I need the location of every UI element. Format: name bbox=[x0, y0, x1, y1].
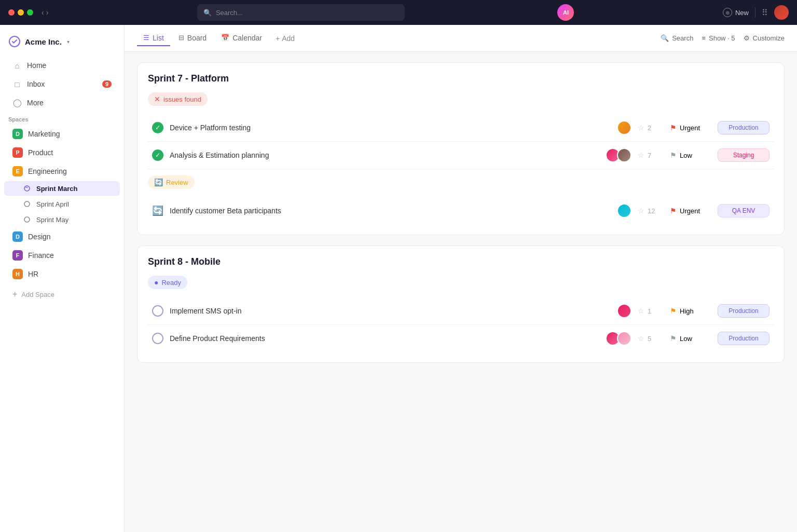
task-4-avatars bbox=[617, 304, 631, 318]
priority-label: High bbox=[680, 307, 694, 315]
add-space-label: Add Space bbox=[21, 291, 54, 298]
task-2-check[interactable]: ✓ bbox=[152, 149, 163, 161]
new-icon: ⊕ bbox=[723, 8, 732, 17]
sidebar: Acme Inc. ▾ ⌂ Home □ Inbox 9 ◯ More Spac… bbox=[0, 25, 125, 532]
tab-customize-label: Customize bbox=[753, 34, 785, 42]
finance-label: Finance bbox=[28, 251, 54, 260]
priority-label: Low bbox=[680, 152, 692, 159]
search-bar[interactable]: 🔍 Search... bbox=[197, 4, 405, 21]
sprint-april[interactable]: Sprint April bbox=[4, 197, 120, 211]
star-icon: ☆ bbox=[638, 151, 644, 159]
maximize-btn[interactable] bbox=[27, 9, 33, 16]
engineering-label: Engineering bbox=[28, 167, 67, 175]
hr-dot: H bbox=[12, 269, 23, 279]
tab-customize-icon: ⚙ bbox=[744, 34, 750, 42]
company-name: Acme Inc. bbox=[25, 37, 62, 46]
sprint-7-status[interactable]: ✕ issues found bbox=[148, 92, 208, 106]
star-icon: ☆ bbox=[638, 334, 644, 343]
inbox-label: Inbox bbox=[27, 80, 45, 88]
task-3-check[interactable]: 🔄 bbox=[152, 205, 163, 216]
avatar bbox=[617, 331, 631, 346]
nav-home[interactable]: ⌂ Home bbox=[4, 57, 120, 74]
sprint-march[interactable]: Sprint March bbox=[4, 181, 120, 196]
flag-icon: ⚑ bbox=[670, 307, 677, 315]
task-4-check[interactable] bbox=[152, 305, 163, 317]
task-5-check[interactable] bbox=[152, 333, 163, 344]
space-marketing[interactable]: D Marketing bbox=[4, 125, 120, 143]
tab-calendar[interactable]: 📅 Calendar bbox=[215, 31, 268, 46]
sprint-may-label: Sprint May bbox=[36, 216, 68, 224]
nav-inbox[interactable]: □ Inbox 9 bbox=[4, 75, 120, 93]
user-avatar[interactable] bbox=[774, 5, 789, 20]
forward-arrow[interactable]: › bbox=[46, 8, 49, 17]
sprint-april-label: Sprint April bbox=[36, 200, 69, 208]
minimize-btn[interactable] bbox=[18, 9, 24, 16]
tab-board[interactable]: ⊟ Board bbox=[172, 31, 213, 46]
review-status[interactable]: 🔄 Review bbox=[148, 175, 195, 189]
review-icon: 🔄 bbox=[154, 178, 163, 186]
sprint-march-icon bbox=[23, 184, 31, 193]
home-icon: ⌂ bbox=[12, 61, 22, 70]
star-value: 7 bbox=[648, 152, 651, 159]
more-label: More bbox=[27, 99, 44, 107]
task-2-env[interactable]: Staging bbox=[718, 148, 769, 162]
search-icon: 🔍 bbox=[203, 9, 212, 17]
task-5-name: Define Product Requirements bbox=[170, 334, 599, 343]
engineering-dot: E bbox=[12, 166, 23, 176]
space-design[interactable]: D Design bbox=[4, 228, 120, 245]
space-finance[interactable]: F Finance bbox=[4, 247, 120, 264]
add-tab-icon: + bbox=[276, 34, 280, 43]
close-btn[interactable] bbox=[8, 9, 15, 16]
issues-icon: ✕ bbox=[154, 95, 160, 103]
task-row: ✓ Device + Platform testing ☆ 2 ⚑ Urgent… bbox=[148, 114, 774, 142]
task-4-env[interactable]: Production bbox=[718, 304, 769, 318]
grid-icon[interactable]: ⠿ bbox=[762, 8, 768, 18]
space-engineering[interactable]: E Engineering bbox=[4, 162, 120, 180]
company-logo[interactable]: Acme Inc. ▾ bbox=[0, 31, 124, 56]
new-button[interactable]: ⊕ New bbox=[723, 8, 749, 17]
flag-icon: ⚑ bbox=[670, 151, 677, 159]
sprint-may[interactable]: Sprint May bbox=[4, 212, 120, 227]
task-1-check[interactable]: ✓ bbox=[152, 122, 163, 133]
task-2-stars[interactable]: ☆ 7 bbox=[638, 151, 664, 159]
star-icon: ☆ bbox=[638, 307, 644, 315]
list-icon: ☰ bbox=[143, 34, 149, 42]
star-value: 5 bbox=[648, 335, 651, 343]
task-4-stars[interactable]: ☆ 1 bbox=[638, 307, 664, 315]
task-2-priority: ⚑ Low bbox=[670, 151, 711, 159]
issues-label: issues found bbox=[163, 96, 201, 103]
task-3-env[interactable]: QA ENV bbox=[718, 204, 769, 217]
design-label: Design bbox=[28, 233, 51, 241]
back-arrow[interactable]: ‹ bbox=[42, 8, 44, 17]
tab-actions: 🔍 Search ≡ Show · 5 ⚙ Customize bbox=[661, 34, 785, 42]
task-3-priority: ⚑ Urgent bbox=[670, 207, 711, 215]
nav-arrows: ‹ › bbox=[42, 8, 48, 17]
search-placeholder: Search... bbox=[216, 9, 243, 17]
priority-label: Urgent bbox=[680, 207, 700, 215]
star-value: 2 bbox=[648, 124, 651, 132]
tab-add[interactable]: + Add bbox=[270, 31, 300, 46]
task-5-priority: ⚑ Low bbox=[670, 334, 711, 343]
tab-list[interactable]: ☰ List bbox=[137, 31, 170, 46]
divider bbox=[755, 7, 755, 18]
task-1-env[interactable]: Production bbox=[718, 121, 769, 134]
more-icon: ◯ bbox=[12, 98, 22, 107]
sprint-8-status[interactable]: ● Ready bbox=[148, 276, 187, 289]
tab-search[interactable]: 🔍 Search bbox=[661, 34, 693, 42]
task-1-stars[interactable]: ☆ 2 bbox=[638, 124, 664, 132]
window-controls bbox=[8, 9, 33, 16]
add-space[interactable]: + Add Space bbox=[4, 285, 120, 303]
task-3-stars[interactable]: ☆ 12 bbox=[638, 207, 664, 215]
view-tabs: ☰ List ⊟ Board 📅 Calendar + Add 🔍 Search bbox=[125, 25, 797, 52]
nav-more[interactable]: ◯ More bbox=[4, 94, 120, 112]
space-product[interactable]: P Product bbox=[4, 144, 120, 161]
tab-customize[interactable]: ⚙ Customize bbox=[744, 34, 785, 42]
task-5-stars[interactable]: ☆ 5 bbox=[638, 334, 664, 343]
ai-button[interactable]: AI bbox=[557, 4, 574, 21]
sprint-7-block: Sprint 7 - Platform ✕ issues found ✓ Dev… bbox=[137, 62, 785, 235]
tab-show-icon: ≡ bbox=[702, 34, 706, 42]
task-5-env[interactable]: Production bbox=[718, 332, 769, 345]
space-hr[interactable]: H HR bbox=[4, 265, 120, 283]
tab-show[interactable]: ≡ Show · 5 bbox=[702, 34, 735, 42]
task-2-name: Analysis & Estimation planning bbox=[170, 151, 599, 159]
